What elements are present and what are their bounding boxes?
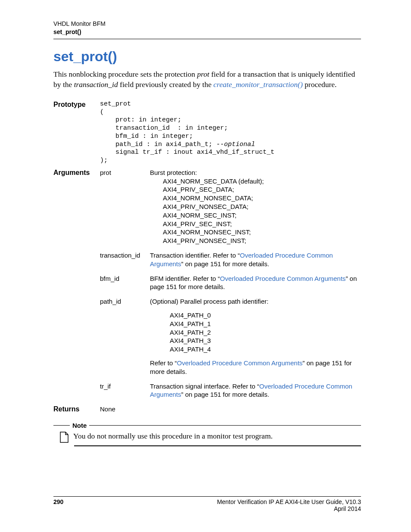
link-overloaded-procedure[interactable]: Overloaded Procedure Common Arguments bbox=[177, 359, 303, 367]
page-title: set_prot() bbox=[53, 49, 361, 65]
note-block: Note You do not normally use this proced… bbox=[53, 422, 361, 446]
enum-value: AXI4_PATH_0 bbox=[150, 311, 361, 320]
code-line: signal tr_if : inout axi4_vhd_if_struct_… bbox=[100, 149, 274, 156]
arg-name-prot: prot bbox=[100, 168, 150, 245]
footer-date: April 2014 bbox=[217, 505, 361, 512]
header-section: set_prot() bbox=[53, 28, 361, 36]
code-line: transaction_id : in integer; bbox=[100, 124, 228, 132]
code-line: path_id : in axi4_path_t; bbox=[100, 141, 216, 148]
arg-desc-text: Refer to “ bbox=[150, 359, 177, 367]
enum-value: AXI4_NORM_NONSEC_DATA; bbox=[150, 194, 361, 202]
arg-desc-text: ” on page 151 for more details. bbox=[181, 391, 269, 398]
header-rule bbox=[53, 39, 361, 39]
prototype-code: set_prot ( prot: in integer; transaction… bbox=[100, 100, 274, 165]
note-rule bbox=[53, 425, 70, 426]
arg-name-path-id: path_id bbox=[100, 297, 150, 376]
intro-paragraph: This nonblocking procedure sets the prot… bbox=[53, 69, 361, 90]
note-rule bbox=[74, 445, 361, 446]
arg-desc-tr-if: Transaction signal interface. Refer to “… bbox=[150, 382, 361, 399]
intro-text: procedure. bbox=[303, 80, 337, 89]
returns-value: None bbox=[100, 405, 150, 413]
document-icon bbox=[59, 432, 69, 443]
arg-name-tr-if: tr_if bbox=[100, 382, 150, 399]
note-rule bbox=[89, 425, 361, 426]
intro-text: This nonblocking procedure sets the prot… bbox=[53, 70, 197, 78]
arg-desc-bfm-id: BFM identifier. Refer to “Overloaded Pro… bbox=[150, 274, 361, 292]
footer-rule bbox=[53, 496, 361, 497]
arg-name-transaction-id: transaction_id bbox=[100, 251, 150, 268]
arg-desc-text: BFM identifier. Refer to “ bbox=[150, 275, 220, 282]
prototype-block: Prototype set_prot ( prot: in integer; t… bbox=[53, 100, 361, 165]
code-line: prot: in integer; bbox=[100, 116, 181, 124]
arg-desc-text: Transaction identifier. Refer to “ bbox=[150, 252, 240, 259]
enum-value: AXI4_PATH_2 bbox=[150, 328, 361, 337]
intro-italic-transactionid: transaction_id bbox=[74, 80, 118, 89]
arg-desc-prot: Burst protection: AXI4_NORM_SEC_DATA (de… bbox=[150, 168, 361, 245]
footer-title: Mentor Verification IP AE AXI4-Lite User… bbox=[217, 498, 361, 505]
enum-value: AXI4_PRIV_NONSEC_INST; bbox=[150, 236, 361, 245]
enum-value: AXI4_PATH_4 bbox=[150, 345, 361, 354]
page-number: 290 bbox=[53, 498, 63, 512]
code-line: set_prot bbox=[100, 100, 131, 108]
label-returns: Returns bbox=[53, 405, 100, 413]
enum-value: AXI4_PRIV_NONSEC_DATA; bbox=[150, 202, 361, 211]
code-comment: --optional bbox=[216, 141, 255, 148]
enum-value: AXI4_PRIV_SEC_INST; bbox=[150, 220, 361, 228]
arg-desc-path-id: (Optional) Parallel process path identif… bbox=[150, 297, 361, 376]
enum-value: AXI4_PATH_3 bbox=[150, 336, 361, 345]
label-arguments: Arguments bbox=[53, 168, 100, 245]
enum-value: AXI4_NORM_SEC_DATA (default); bbox=[150, 177, 361, 186]
enum-value: AXI4_NORM_SEC_INST; bbox=[150, 211, 361, 220]
intro-italic-prot: prot bbox=[197, 70, 209, 78]
code-line: ); bbox=[100, 157, 108, 164]
enum-value: AXI4_PATH_1 bbox=[150, 320, 361, 328]
header-breadcrumb: VHDL Monitor BFM bbox=[53, 20, 361, 28]
enum-value: AXI4_PRIV_SEC_DATA; bbox=[150, 185, 361, 194]
note-label: Note bbox=[70, 422, 89, 429]
code-line: ( bbox=[100, 109, 104, 116]
enum-value: AXI4_NORM_NONSEC_INST; bbox=[150, 228, 361, 236]
returns-block: Returns None bbox=[53, 405, 361, 413]
arg-desc-text: ” on page 151 for more details. bbox=[181, 260, 269, 268]
link-overloaded-procedure[interactable]: Overloaded Procedure Common Arguments bbox=[220, 275, 346, 282]
note-text: You do not normally use this procedure i… bbox=[73, 432, 273, 441]
intro-text: field previously created by the bbox=[118, 80, 214, 89]
arg-desc-transaction-id: Transaction identifier. Refer to “Overlo… bbox=[150, 251, 361, 268]
link-create-monitor-transaction[interactable]: create_monitor_transaction() bbox=[213, 80, 302, 89]
arg-desc-text: Burst protection: bbox=[150, 169, 197, 176]
arg-name-bfm-id: bfm_id bbox=[100, 274, 150, 292]
code-line: bfm_id : in integer; bbox=[100, 133, 193, 140]
arguments-block: Arguments prot Burst protection: AXI4_NO… bbox=[53, 168, 361, 399]
page-footer: 290 Mentor Verification IP AE AXI4-Lite … bbox=[53, 496, 361, 512]
label-prototype: Prototype bbox=[53, 100, 100, 165]
arg-desc-text: Transaction signal interface. Refer to “ bbox=[150, 383, 259, 390]
page-header: VHDL Monitor BFM set_prot() bbox=[53, 20, 361, 36]
arg-desc-text: (Optional) Parallel process path identif… bbox=[150, 297, 361, 306]
